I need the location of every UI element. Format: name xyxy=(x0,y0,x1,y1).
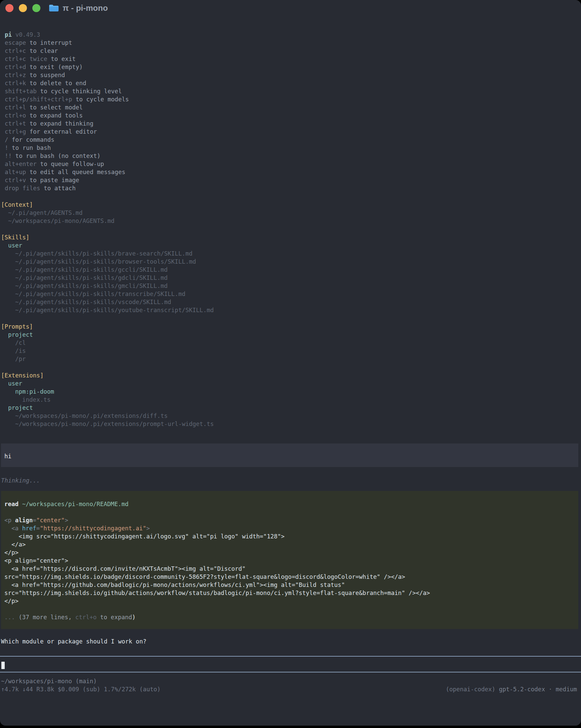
context-path: ~/workspaces/pi-mono/AGENTS.md xyxy=(7,217,581,225)
prompt-input[interactable] xyxy=(0,656,581,672)
tool-arg-path: ~/workspaces/pi-mono/README.md xyxy=(22,501,129,508)
context-path: ~/.pi/agent/AGENTS.md xyxy=(7,209,581,217)
prompt-item: /pr xyxy=(14,355,581,363)
tool-name: read xyxy=(4,501,19,508)
readme-line: </p> xyxy=(4,548,575,556)
readme-line: <a href="https://github.com/badlogic/pi-… xyxy=(4,581,575,589)
prompt-item: /cl xyxy=(14,339,581,347)
help-line: alt+enter to queue follow-up xyxy=(4,160,581,168)
help-line: ctrl+c to clear xyxy=(4,47,581,55)
skill-path: ~/.pi/agent/skills/pi-skills/vscode/SKIL… xyxy=(14,298,581,306)
prompts-section: [Prompts] project /cl/is/pr xyxy=(0,322,581,363)
help-line: ctrl+l to select model xyxy=(4,103,581,111)
text-cursor xyxy=(1,662,5,669)
skill-path: ~/.pi/agent/skills/pi-skills/transcribe/… xyxy=(14,290,581,298)
readme-line: </a> xyxy=(4,541,575,548)
skill-path: ~/.pi/agent/skills/pi-skills/gccli/SKILL… xyxy=(14,266,581,274)
skills-group-label: user xyxy=(7,241,581,250)
output-truncation-hint: ... (37 more lines, ctrl+o to expand) xyxy=(4,613,575,621)
user-message-box: hi xyxy=(1,443,578,467)
app-version: v0.49.3 xyxy=(16,31,41,38)
readme-line: <a href="https://discord.com/invite/nKXT… xyxy=(4,565,575,573)
help-line: ctrl+v to paste image xyxy=(4,176,581,184)
help-line: ctrl+p/shift+ctrl+p to cycle models xyxy=(4,95,581,103)
help-line: !! to run bash (no context) xyxy=(4,152,581,160)
readme-line: <a href="https://shittycodingagent.ai"> xyxy=(4,524,575,532)
terminal-window: π - pi-mono pi v0.49.3 escape to interru… xyxy=(0,0,581,726)
model-provider: (openai-codex) xyxy=(446,686,499,693)
app-name: pi xyxy=(5,31,12,38)
cwd-branch-status: ~/workspaces/pi-mono (main) xyxy=(0,677,581,685)
readme-preview: <p align="center"> <a href="https://shit… xyxy=(4,516,575,605)
help-line: ctrl+c twice to exit xyxy=(4,55,581,63)
readme-line: <p align="center"> xyxy=(4,556,575,565)
terminal-content: pi v0.49.3 escape to interruptctrl+c to … xyxy=(0,31,581,693)
readme-line: <img src="https://shittycodingagent.ai/l… xyxy=(4,532,575,541)
status-bar: ~/workspaces/pi-mono (main) ↑4.7k ↓44 R3… xyxy=(0,677,581,693)
help-line: escape to interrupt xyxy=(4,39,581,47)
token-cost-status: ↑4.7k ↓44 R3.8k $0.009 (sub) 1.7%/272k (… xyxy=(0,685,161,693)
folder-icon xyxy=(49,4,59,12)
help-line: drop files to attach xyxy=(4,184,581,192)
context-header: [Context] xyxy=(0,201,581,209)
skill-path: ~/.pi/agent/skills/pi-skills/brave-searc… xyxy=(14,250,581,258)
read-tool-block: read ~/workspaces/pi-mono/README.md <p a… xyxy=(1,491,578,629)
minimize-traffic-light-button[interactable] xyxy=(19,4,27,12)
skill-path: ~/.pi/agent/skills/pi-skills/browser-too… xyxy=(14,258,581,266)
prompts-header: [Prompts] xyxy=(0,322,581,331)
help-line: alt+up to edit all queued messages xyxy=(4,168,581,176)
extension-npm-file: index.ts xyxy=(21,396,581,404)
help-line: ctrl+g for external editor xyxy=(4,128,581,136)
skill-path: ~/.pi/agent/skills/pi-skills/youtube-tra… xyxy=(14,306,581,314)
help-line: ctrl+d to exit (empty) xyxy=(4,63,581,71)
assistant-message: Which module or package should I work on… xyxy=(0,638,581,646)
app-version-line: pi v0.49.3 xyxy=(4,31,581,39)
help-line: ! to run bash xyxy=(4,144,581,152)
read-tool-call-line: read ~/workspaces/pi-mono/README.md xyxy=(4,500,575,508)
model-status: (openai-codex) gpt-5.2-codex · medium xyxy=(445,685,577,693)
extensions-header: [Extensions] xyxy=(0,371,581,380)
help-line: ctrl+z to suspend xyxy=(4,71,581,79)
help-line: shift+tab to cycle thinking level xyxy=(4,87,581,95)
model-name: gpt-5.2-codex · medium xyxy=(499,686,577,693)
readme-line: <p align="center"> xyxy=(4,516,575,524)
readme-line: src="https://img.shields.io/badge/discor… xyxy=(4,573,575,581)
extensions-project-label: project xyxy=(7,404,581,412)
skills-section: [Skills] user ~/.pi/agent/skills/pi-skil… xyxy=(0,233,581,314)
extensions-section: [Extensions] user npm:pi-doom index.ts p… xyxy=(0,371,581,428)
skill-path: ~/.pi/agent/skills/pi-skills/gdcli/SKILL… xyxy=(14,274,581,282)
help-line: ctrl+k to delete to end xyxy=(4,79,581,87)
extension-path: ~/workspaces/pi-mono/.pi/extensions/diff… xyxy=(14,412,581,420)
help-line: ctrl+t to expand thinking xyxy=(4,120,581,128)
context-section: [Context] ~/.pi/agent/AGENTS.md~/workspa… xyxy=(0,201,581,225)
prompt-item: /is xyxy=(14,347,581,355)
extensions-user-label: user xyxy=(7,380,581,388)
extension-npm-package: npm:pi-doom xyxy=(14,388,581,396)
user-message-text: hi xyxy=(4,452,575,460)
thinking-indicator: Thinking... xyxy=(0,476,581,485)
help-line: / for commands xyxy=(4,136,581,144)
readme-line: </p> xyxy=(4,597,575,605)
extension-path: ~/workspaces/pi-mono/.pi/extensions/prom… xyxy=(14,420,581,428)
help-list: escape to interruptctrl+c to clearctrl+c… xyxy=(0,39,581,192)
close-traffic-light-button[interactable] xyxy=(5,4,14,12)
skills-header: [Skills] xyxy=(0,233,581,241)
window-title: π - pi-mono xyxy=(62,3,108,13)
skill-path: ~/.pi/agent/skills/pi-skills/gmcli/SKILL… xyxy=(14,282,581,290)
zoom-traffic-light-button[interactable] xyxy=(32,4,41,12)
readme-line: src="https://img.shields.io/github/actio… xyxy=(4,589,575,597)
prompts-group-label: project xyxy=(7,331,581,339)
help-line: ctrl+o to expand tools xyxy=(4,111,581,120)
titlebar: π - pi-mono xyxy=(0,0,581,16)
